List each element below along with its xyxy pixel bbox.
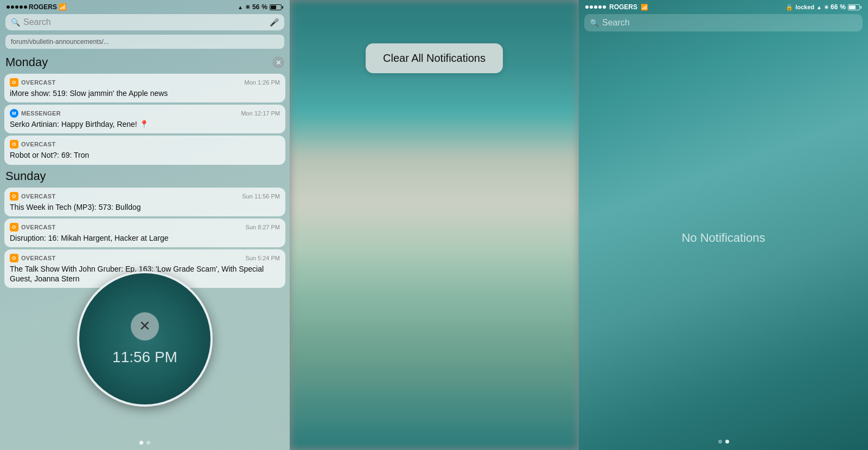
url-text-1: forum/vbulletin-announcements/... — [11, 38, 109, 46]
clear-monday-button[interactable]: ✕ — [272, 56, 284, 68]
status-right-3: 🔒 locked ▲ ✳ 66% — [786, 3, 861, 11]
overcast-icon-3: O — [10, 192, 18, 201]
search-icon-3: 🔍 — [590, 18, 599, 27]
notif-header-5: O OVERCAST Sun 8:27 PM — [10, 223, 280, 232]
overcast-icon-2: O — [10, 140, 18, 149]
notif-time-2: Mon 12:17 PM — [241, 110, 280, 117]
page-dots-1 — [0, 441, 290, 445]
signal-bars-1 — [7, 5, 27, 9]
magnifier-content: ✕ 11:56 PM — [112, 312, 177, 366]
notif-app-1: O OVERCAST — [10, 78, 56, 87]
signal-dot-3-1 — [585, 5, 589, 9]
status-left-1: ROGERS 📶 — [7, 3, 67, 11]
notif-app-2: m MESSENGER — [10, 109, 61, 118]
url-bar-1: forum/vbulletin-announcements/... — [5, 35, 284, 49]
page-dots-3 — [579, 440, 868, 450]
section-sunday: Sunday — [0, 167, 290, 185]
search-bar-3[interactable]: 🔍 Search — [584, 14, 863, 31]
signal-bars-3 — [585, 5, 606, 9]
clear-all-label: Clear All Notifications — [383, 52, 486, 64]
notif-time-4: Sun 11:56 PM — [242, 193, 280, 200]
battery-icon-1 — [270, 4, 283, 10]
notif-app-6: O OVERCAST — [10, 254, 56, 262]
magnifier-time: 11:56 PM — [112, 349, 177, 366]
page-dot-1-active — [139, 441, 143, 445]
notif-body-2: Serko Artinian: Happy Birthday, Rene! 📍 — [10, 119, 280, 129]
signal-dot-1 — [7, 5, 10, 9]
notif-overcast-3[interactable]: O OVERCAST Sun 11:56 PM This Week in Tec… — [4, 188, 285, 216]
battery-pct-label-1: 56 — [252, 3, 259, 11]
x-icon: ✕ — [139, 318, 151, 335]
carrier-name-3: ROGERS — [609, 3, 637, 11]
notif-time-1: Mon 1:26 PM — [245, 79, 280, 86]
signal-dot-3-4 — [598, 5, 602, 9]
notif-overcast-4[interactable]: O OVERCAST Sun 8:27 PM Disruption: 16: M… — [4, 218, 285, 247]
notif-header-1: O OVERCAST Mon 1:26 PM — [10, 78, 280, 87]
notif-overcast-1[interactable]: O OVERCAST Mon 1:26 PM iMore show: 519: … — [4, 74, 285, 102]
page-dot-3-inactive — [718, 440, 722, 443]
status-bar-3: ROGERS 📶 🔒 locked ▲ ✳ 66% — [579, 0, 868, 13]
overcast-icon-1: O — [10, 78, 18, 87]
overcast-icon-5: O — [10, 254, 18, 262]
notif-app-3: O OVERCAST — [10, 140, 56, 149]
mic-icon-1: 🎤 — [270, 18, 279, 27]
locked-label-3: locked — [795, 4, 814, 10]
arrow-up-icon: ▲ — [238, 4, 243, 10]
notif-body-1: iMore show: 519: Slow jammin' the Apple … — [10, 88, 280, 98]
panel-blurred-middle: Clear All Notifications — [290, 0, 579, 450]
notif-body-5: Disruption: 16: Mikah Hargent, Hacker at… — [10, 233, 280, 243]
battery-icon-3 — [848, 4, 861, 10]
search-icon-1: 🔍 — [11, 18, 20, 27]
page-dot-1-inactive — [146, 441, 150, 445]
signal-dot-3-3 — [594, 5, 597, 9]
notif-app-5: O OVERCAST — [10, 223, 56, 232]
signal-dot-5 — [24, 5, 27, 9]
search-placeholder-1: Search — [23, 17, 266, 27]
battery-pct-sign-3: % — [840, 3, 846, 11]
search-placeholder-3: Search — [602, 18, 857, 28]
signal-dot-4 — [20, 5, 23, 9]
battery-pct-sign-1: % — [261, 3, 267, 11]
status-bar-1: ROGERS 📶 ▲ ✳ 56% — [0, 0, 290, 13]
notif-body-3: Robot or Not?: 69: Tron — [10, 150, 280, 160]
signal-dot-3-2 — [590, 5, 593, 9]
overcast-icon-4: O — [10, 223, 18, 232]
search-bar-1[interactable]: 🔍 Search 🎤 — [5, 14, 284, 30]
section-title-monday: Monday — [5, 55, 48, 69]
clear-all-notifications-button[interactable]: Clear All Notifications — [366, 43, 503, 73]
no-notifications-label: No Notifications — [579, 36, 868, 440]
status-left-3: ROGERS 📶 — [585, 3, 648, 11]
page-dot-3-active — [725, 440, 729, 443]
battery-pct-label-3: 66 — [831, 3, 838, 11]
signal-dot-3-5 — [603, 5, 606, 9]
panel-empty-notifications: ROGERS 📶 🔒 locked ▲ ✳ 66% 🔍 Search — [579, 0, 868, 450]
lock-icon-3: 🔒 — [786, 4, 793, 11]
panel-notification-center: ROGERS 📶 ▲ ✳ 56% 🔍 Search 🎤 — [0, 0, 290, 450]
section-title-sunday: Sunday — [5, 169, 46, 183]
panel-3-foreground: ROGERS 📶 🔒 locked ▲ ✳ 66% 🔍 Search — [579, 0, 868, 450]
section-monday: Monday ✕ — [0, 53, 290, 72]
notif-header-6: O OVERCAST Sun 5:24 PM — [10, 254, 280, 262]
notif-overcast-2[interactable]: O OVERCAST Robot or Not?: 69: Tron — [4, 136, 285, 164]
notif-header-4: O OVERCAST Sun 11:56 PM — [10, 192, 280, 201]
x-circle-button[interactable]: ✕ — [131, 312, 159, 340]
signal-dot-2 — [11, 5, 14, 9]
notif-time-5: Sun 8:27 PM — [245, 224, 280, 230]
magnifier-circle: ✕ 11:56 PM — [77, 271, 213, 407]
signal-dot-3 — [15, 5, 18, 9]
status-right-1: ▲ ✳ 56% — [238, 3, 283, 11]
notif-header-2: m MESSENGER Mon 12:17 PM — [10, 109, 280, 118]
notif-app-4: O OVERCAST — [10, 192, 56, 201]
wifi-icon-3: 📶 — [641, 4, 648, 11]
messenger-icon-1: m — [10, 109, 18, 118]
notif-messenger-1[interactable]: m MESSENGER Mon 12:17 PM Serko Artinian:… — [4, 105, 285, 133]
bluetooth-icon-3: ✳ — [824, 4, 828, 10]
wifi-icon-1: 📶 — [59, 3, 67, 11]
carrier-name-1: ROGERS — [29, 3, 57, 11]
arrow-icon-3: ▲ — [816, 4, 822, 10]
notif-header-3: O OVERCAST — [10, 140, 280, 149]
bluetooth-icon-1: ✳ — [245, 4, 250, 11]
panel-2-foreground: Clear All Notifications — [290, 0, 579, 73]
notif-time-6: Sun 5:24 PM — [245, 255, 280, 261]
notif-body-4: This Week in Tech (MP3): 573: Bulldog — [10, 202, 280, 212]
